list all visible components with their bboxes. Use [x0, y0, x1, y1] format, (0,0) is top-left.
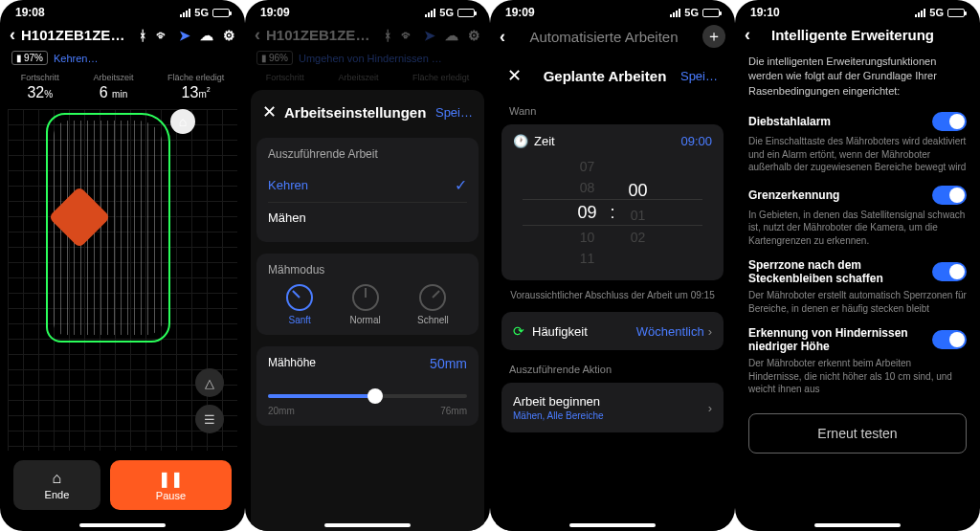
close-icon[interactable]: ✕ — [262, 101, 277, 122]
status-link: Umgehen von Hindernissen … — [299, 53, 442, 64]
action-sub: Mähen, Alle Bereiche — [513, 410, 708, 421]
stuck-zone-label: Sperrzone nach dem Steckenbleiben schaff… — [748, 258, 921, 285]
close-icon[interactable]: ✕ — [507, 65, 522, 86]
mode-soft[interactable]: Sanft — [286, 284, 313, 325]
gauge-icon — [352, 284, 379, 311]
status-bar: 19:09 5G — [490, 0, 735, 21]
clock: 19:08 — [15, 6, 45, 19]
theft-alarm-row: Diebstahlalarm — [748, 112, 967, 131]
page-title: Automatisierte Arbeiten — [511, 29, 697, 45]
nav-bar: ‹ H101ZEB1ZEC… ᚼ ᯤ ➤ ☁ ⚙ — [245, 21, 490, 51]
home-indicator[interactable] — [324, 523, 411, 527]
back-icon[interactable]: ‹ — [745, 25, 750, 45]
status-bar: 19:10 5G — [735, 0, 980, 21]
area-value: 13m2 — [167, 84, 224, 101]
bluetooth-icon[interactable]: ᚼ — [139, 28, 146, 43]
clock: 19:09 — [505, 6, 535, 19]
mode-normal[interactable]: Normal — [349, 284, 380, 325]
task-card: Auszuführende Arbeit Kehren ✓ Mähen — [256, 138, 479, 242]
mode-fast[interactable]: Schnell — [417, 284, 449, 325]
retest-button[interactable]: Erneut testen — [748, 413, 967, 454]
pause-button[interactable]: ❚❚ Pause — [110, 460, 232, 510]
when-label: Wann — [496, 96, 729, 121]
recenter-button[interactable]: △ — [195, 368, 224, 397]
work-settings-sheet: ✕ Arbeitseinstellungen Spei… Auszuführen… — [251, 90, 484, 531]
back-icon[interactable]: ‹ — [500, 27, 505, 47]
sheet-title: Geplante Arbeiten — [529, 68, 680, 84]
mode-card: Mähmodus Sanft Normal Schnell — [256, 254, 479, 335]
screen-smart-extension: 19:10 5G ‹ Intelligente Erweiterung Die … — [735, 0, 980, 531]
height-slider[interactable] — [268, 394, 467, 398]
end-button[interactable]: ⌂ Ende — [13, 460, 100, 510]
frequency-row[interactable]: ⟳ Häufigkeit Wöchentlich › — [501, 312, 724, 350]
status-link[interactable]: Kehren… — [54, 53, 98, 64]
theft-alarm-desc: Die Einschalttaste des Mähroboters wird … — [748, 135, 967, 174]
nav-bar: ‹ Automatisierte Arbeiten ＋ — [490, 21, 735, 54]
save-button[interactable]: Spei… — [680, 69, 718, 83]
add-button[interactable]: ＋ — [702, 25, 725, 48]
cloud-icon[interactable]: ☁ — [200, 28, 213, 43]
hour-column[interactable]: 07 08 09 10 11 — [577, 156, 596, 269]
save-button[interactable]: Spei… — [435, 105, 473, 120]
signal-icon — [915, 9, 925, 17]
device-title: H101ZEB1ZEC… — [21, 27, 133, 43]
boundary-toggle[interactable] — [932, 186, 967, 205]
low-obstacle-label: Erkennung von Hindernissen niedriger Höh… — [748, 326, 921, 353]
screen-scheduled-work: 19:09 5G ‹ Automatisierte Arbeiten ＋ ✕ G… — [490, 0, 735, 531]
back-icon[interactable]: ‹ — [10, 25, 15, 45]
nav-bar: ‹ Intelligente Erweiterung — [735, 21, 980, 51]
wifi-icon[interactable]: ᯤ — [156, 28, 169, 43]
charging-station-icon[interactable]: ⌂ — [170, 109, 195, 134]
check-icon: ✓ — [455, 176, 467, 194]
location-icon: ➤ — [424, 28, 435, 43]
battery-icon — [947, 9, 965, 17]
action-title: Arbeit beginnen — [513, 394, 708, 409]
intro-text: Die intelligenten Erweiterungsfunktionen… — [748, 55, 967, 99]
robot-battery: ▮ 96% — [256, 51, 293, 65]
refresh-icon: ⟳ — [513, 323, 524, 339]
boundary-desc: In Gebieten, in denen das Satellitensign… — [748, 209, 967, 248]
chevron-right-icon: › — [708, 401, 712, 415]
stats-row: Fortschritt 32% Arbeitszeit 6 min Fläche… — [0, 69, 245, 109]
network-label: 5G — [194, 7, 209, 18]
home-indicator[interactable] — [79, 523, 166, 527]
nav-bar: ‹ H101ZEB1ZEC… ᚼ ᯤ ➤ ☁ ⚙ — [0, 21, 245, 51]
sheet-title: Arbeitseinstellungen — [284, 104, 435, 121]
layers-button[interactable]: ☰ — [195, 405, 224, 433]
battery-icon — [212, 9, 230, 17]
height-min: 20mm — [268, 406, 295, 416]
time-value: 09:00 — [680, 134, 712, 148]
height-section-title: Mähhöhe — [268, 356, 316, 369]
settings-body: Die intelligenten Erweiterungsfunktionen… — [735, 51, 980, 457]
home-indicator[interactable] — [814, 523, 901, 527]
progress-value: 32% — [21, 84, 59, 101]
height-max: 76mm — [440, 406, 467, 416]
stuck-zone-row: Sperrzone nach dem Steckenbleiben schaff… — [748, 258, 967, 285]
stats-row: Fortschritt Arbeitszeit Fläche erledigt — [245, 69, 490, 90]
minute-column[interactable]: 00 01 02 — [629, 177, 648, 248]
gear-icon[interactable]: ⚙ — [223, 28, 235, 43]
gear-icon: ⚙ — [468, 28, 480, 43]
theft-alarm-toggle[interactable] — [932, 112, 967, 131]
low-obstacle-toggle[interactable] — [932, 330, 967, 349]
height-value: 50mm — [430, 356, 467, 371]
time-card: 🕐Zeit 09:00 07 08 09 10 11 : 00 01 — [501, 124, 724, 280]
task-kehren[interactable]: Kehren ✓ — [268, 168, 467, 202]
eta-note: Voraussichtlicher Abschluss der Arbeit u… — [496, 284, 729, 308]
clock-icon: 🕐 — [513, 134, 528, 148]
map[interactable]: ⌂ △ ☰ — [8, 109, 237, 451]
bottom-bar: ⌂ Ende ❚❚ Pause — [0, 451, 245, 531]
time-label: Zeit — [534, 134, 555, 148]
task-section-title: Auszuführende Arbeit — [268, 147, 467, 161]
location-icon[interactable]: ➤ — [179, 28, 190, 43]
action-row[interactable]: Arbeit beginnen Mähen, Alle Bereiche › — [501, 383, 724, 432]
action-section-label: Auszuführende Aktion — [496, 354, 729, 379]
time-picker[interactable]: 07 08 09 10 11 : 00 01 02 — [513, 156, 712, 269]
stuck-zone-toggle[interactable] — [932, 262, 967, 281]
task-maehen[interactable]: Mähen — [268, 202, 467, 232]
screen-work-settings: 19:09 5G ‹ H101ZEB1ZEC… ᚼ ᯤ ➤ ☁ ⚙ ▮ 96% … — [245, 0, 490, 531]
area-label: Fläche erledigt — [167, 73, 224, 82]
page-title: Intelligente Erweiterung — [756, 27, 949, 43]
clock: 19:09 — [260, 6, 290, 19]
home-indicator[interactable] — [569, 523, 656, 527]
